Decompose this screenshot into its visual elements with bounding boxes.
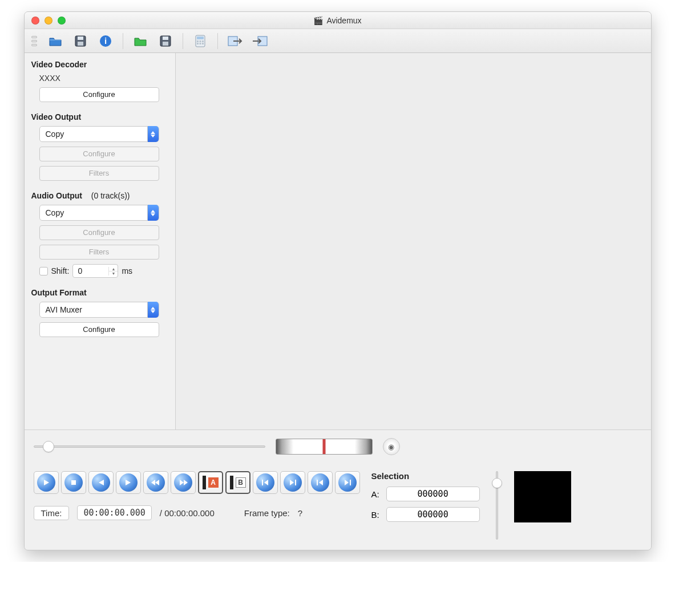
selection-panel: Selection A: 000000 B: 000000 — [371, 471, 480, 528]
svg-rect-7 — [163, 42, 168, 46]
spinner-down-icon[interactable]: ▼ — [109, 271, 118, 275]
svg-rect-9 — [197, 37, 204, 39]
project-open-button[interactable] — [131, 33, 150, 50]
audio-output-selected: Copy — [46, 208, 64, 217]
audio-output-configure-button: Configure — [39, 225, 159, 240]
timeline-slider[interactable] — [34, 441, 265, 452]
window-title: Avidemux — [326, 16, 361, 25]
svg-text:i: i — [104, 36, 106, 46]
svg-rect-13 — [197, 43, 199, 44]
sidebar: Video Decoder XXXX Configure Video Outpu… — [25, 53, 176, 429]
video-decoder-section: Video Decoder XXXX Configure — [31, 60, 168, 102]
time-total: 00:00:00.000 — [164, 508, 215, 518]
jog-wheel[interactable] — [276, 439, 373, 455]
video-output-label: Video Output — [31, 112, 168, 121]
volume-column — [491, 471, 503, 540]
svg-rect-6 — [163, 37, 168, 40]
play-button[interactable] — [34, 471, 59, 494]
next-frame-button[interactable] — [116, 471, 141, 494]
go-marker-b-button[interactable] — [335, 471, 360, 494]
output-format-select[interactable]: AVI Muxer — [39, 302, 159, 318]
timeline-thumb[interactable] — [43, 441, 54, 452]
info-button[interactable]: i — [96, 33, 115, 50]
titlebar: 🎬 Avidemux — [25, 12, 651, 29]
svg-rect-12 — [202, 40, 204, 42]
app-icon: 🎬 — [313, 16, 323, 25]
audio-output-label: Audio Output — [31, 191, 82, 200]
close-window-button[interactable] — [31, 17, 39, 25]
svg-rect-1 — [78, 37, 83, 40]
select-arrows-icon — [147, 205, 159, 221]
selection-a-value: 000000 — [386, 487, 480, 501]
time-label: Time: — [34, 506, 70, 520]
svg-rect-19 — [262, 480, 263, 485]
selection-b-value: 000000 — [386, 507, 480, 522]
open-file-button[interactable] — [46, 33, 65, 50]
minimize-window-button[interactable] — [45, 17, 52, 25]
svg-rect-11 — [199, 40, 201, 42]
time-current-field[interactable]: 00:00:00.000 — [77, 505, 151, 520]
video-decoder-value: XXXX — [31, 74, 168, 83]
output-format-configure-button[interactable]: Configure — [39, 322, 159, 337]
output-format-label: Output Format — [31, 288, 168, 297]
calculator-button[interactable] — [191, 33, 210, 50]
video-canvas — [176, 53, 651, 429]
save-file-button[interactable] — [71, 33, 90, 50]
toolbar: i — [25, 29, 651, 53]
transport-controls: A B — [34, 471, 360, 494]
frame-type-value: ? — [298, 508, 302, 518]
svg-rect-10 — [197, 40, 199, 42]
video-output-configure-button: Configure — [39, 147, 159, 161]
audio-output-select[interactable]: Copy — [39, 205, 159, 221]
audio-shift-unit: ms — [122, 266, 132, 275]
spinner-up-icon[interactable]: ▲ — [109, 267, 118, 271]
video-output-selected: Copy — [46, 129, 64, 139]
next-keyframe-button[interactable] — [171, 471, 196, 494]
import-button[interactable] — [225, 33, 245, 50]
output-format-selected: AVI Muxer — [46, 305, 82, 314]
preview-thumbnail — [514, 471, 571, 522]
svg-rect-14 — [199, 43, 201, 44]
select-arrows-icon — [147, 126, 159, 142]
video-decoder-label: Video Decoder — [31, 60, 168, 69]
audio-output-filters-button: Filters — [39, 245, 159, 260]
video-decoder-configure-button[interactable]: Configure — [39, 87, 159, 102]
maximize-window-button[interactable] — [58, 17, 66, 25]
window-controls — [25, 17, 66, 25]
go-start-button[interactable] — [253, 471, 278, 494]
video-output-select[interactable]: Copy — [39, 126, 159, 142]
volume-slider[interactable] — [491, 471, 503, 540]
output-format-section: Output Format AVI Muxer Configure — [31, 288, 168, 337]
audio-shift-spinner[interactable]: 0 ▲▼ — [72, 264, 118, 278]
select-arrows-icon — [147, 302, 159, 318]
audio-output-tracks: (0 track(s)) — [91, 191, 130, 200]
go-end-button[interactable] — [280, 471, 305, 494]
project-save-button[interactable] — [156, 33, 175, 50]
svg-rect-18 — [71, 480, 76, 485]
audio-shift-row: Shift: 0 ▲▼ ms — [39, 264, 159, 278]
export-button[interactable] — [250, 33, 270, 50]
svg-rect-2 — [78, 42, 83, 46]
audio-toggle-button[interactable]: ◉ — [383, 438, 400, 455]
selection-label: Selection — [371, 471, 480, 481]
prev-keyframe-button[interactable] — [143, 471, 168, 494]
toolbar-grip[interactable] — [31, 34, 37, 48]
svg-rect-20 — [295, 480, 296, 485]
volume-thumb[interactable] — [492, 478, 502, 488]
audio-shift-value: 0 — [73, 266, 108, 275]
svg-rect-22 — [350, 480, 351, 485]
video-output-filters-button: Filters — [39, 166, 159, 181]
audio-output-section: Audio Output (0 track(s)) Copy Configure… — [31, 191, 168, 278]
set-marker-b-button[interactable]: B — [225, 471, 250, 494]
svg-rect-15 — [202, 43, 204, 44]
time-row: Time: 00:00:00.000 / 00:00:00.000 Frame … — [34, 505, 360, 520]
go-marker-a-button[interactable] — [308, 471, 333, 494]
frame-type-label: Frame type: — [244, 508, 290, 518]
prev-frame-button[interactable] — [88, 471, 114, 494]
set-marker-a-button[interactable]: A — [198, 471, 223, 494]
audio-shift-checkbox[interactable] — [39, 267, 48, 275]
stop-button[interactable] — [61, 471, 86, 494]
video-output-section: Video Output Copy Configure Filters — [31, 112, 168, 181]
app-window: 🎬 Avidemux i — [24, 11, 652, 550]
audio-shift-label: Shift: — [51, 266, 70, 275]
